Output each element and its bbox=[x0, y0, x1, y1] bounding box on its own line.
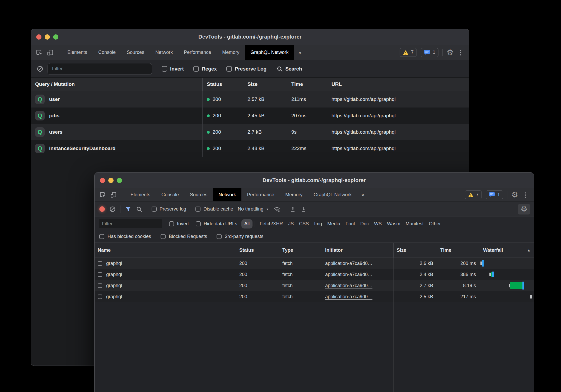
blocked-cookies-checkbox[interactable]: Has blocked cookies bbox=[99, 234, 151, 239]
minimize-button[interactable] bbox=[108, 178, 114, 183]
tab-memory[interactable]: Memory bbox=[280, 188, 308, 201]
import-har-icon[interactable] bbox=[290, 206, 296, 212]
record-button[interactable] bbox=[99, 206, 105, 212]
column-header-size[interactable]: Size bbox=[393, 243, 437, 258]
table-row[interactable]: graphql 200 fetch application-a7ca9d0… 2… bbox=[95, 291, 534, 302]
row-checkbox[interactable] bbox=[98, 283, 102, 288]
more-tabs-button[interactable]: » bbox=[357, 188, 369, 201]
warnings-badge[interactable]: 7 bbox=[400, 48, 417, 57]
preserve-log-checkbox[interactable]: Preserve Log bbox=[226, 66, 267, 72]
zoom-button[interactable] bbox=[117, 178, 122, 183]
chip-font[interactable]: Font bbox=[343, 220, 358, 228]
search-button[interactable]: Search bbox=[277, 66, 302, 72]
throttling-dropdown[interactable]: No throttling ▼ bbox=[238, 206, 269, 212]
more-tabs-button[interactable]: » bbox=[294, 45, 306, 60]
titlebar[interactable]: DevTools - gitlab.com/-/graphql-explorer bbox=[95, 172, 534, 188]
device-toolbar-icon[interactable] bbox=[110, 192, 117, 198]
separator bbox=[285, 206, 285, 213]
tab-graphql-network[interactable]: GraphQL Network bbox=[308, 188, 357, 201]
chip-media[interactable]: Media bbox=[325, 220, 343, 228]
chip-other[interactable]: Other bbox=[426, 220, 443, 228]
titlebar[interactable]: DevTools - gitlab.com/-/graphql-explorer bbox=[31, 29, 469, 45]
tab-console[interactable]: Console bbox=[156, 188, 184, 201]
column-header-url[interactable]: URL bbox=[327, 78, 469, 91]
initiator-link[interactable]: application-a7ca9d0… bbox=[325, 272, 372, 277]
minimize-button[interactable] bbox=[45, 34, 50, 40]
tab-sources[interactable]: Sources bbox=[184, 188, 213, 201]
kebab-menu-icon[interactable]: ⋮ bbox=[522, 192, 529, 198]
column-header-type[interactable]: Type bbox=[279, 243, 322, 258]
settings-gear-icon[interactable]: ⚙ bbox=[511, 191, 518, 199]
initiator-link[interactable]: application-a7ca9d0… bbox=[325, 261, 372, 266]
column-header-query-mutation[interactable]: Query / Mutation bbox=[31, 78, 202, 91]
tab-sources[interactable]: Sources bbox=[121, 45, 150, 60]
network-conditions-icon[interactable] bbox=[273, 206, 280, 212]
search-icon[interactable] bbox=[136, 206, 142, 212]
filter-funnel-icon[interactable] bbox=[125, 206, 132, 212]
kebab-menu-icon[interactable]: ⋮ bbox=[457, 49, 464, 56]
filter-input[interactable] bbox=[48, 63, 152, 75]
row-checkbox[interactable] bbox=[98, 261, 102, 266]
tab-elements[interactable]: Elements bbox=[62, 45, 93, 60]
tab-network[interactable]: Network bbox=[213, 188, 241, 201]
column-header-waterfall[interactable]: Waterfall ▲ bbox=[480, 243, 534, 258]
tab-performance[interactable]: Performance bbox=[241, 188, 280, 201]
inspect-element-icon[interactable] bbox=[36, 49, 43, 56]
chip-js[interactable]: JS bbox=[286, 220, 296, 228]
tab-graphql-network[interactable]: GraphQL Network bbox=[245, 45, 294, 60]
tab-elements[interactable]: Elements bbox=[125, 188, 156, 201]
table-row[interactable]: Q users 200 2.7 kB 9s https://gitlab.com… bbox=[31, 124, 469, 140]
table-row[interactable]: graphql 200 fetch application-a7ca9d0… 2… bbox=[95, 258, 534, 269]
invert-checkbox[interactable]: Invert bbox=[162, 66, 184, 72]
table-row[interactable]: Q jobs 200 2.45 kB 207ms https://gitlab.… bbox=[31, 108, 469, 124]
filter-input[interactable] bbox=[99, 219, 162, 228]
regex-checkbox[interactable]: Regex bbox=[193, 66, 217, 72]
close-button[interactable] bbox=[100, 178, 105, 183]
tab-performance[interactable]: Performance bbox=[178, 45, 217, 60]
export-har-icon[interactable] bbox=[301, 206, 307, 212]
chip-img[interactable]: Img bbox=[311, 220, 325, 228]
chip-all[interactable]: All bbox=[241, 219, 253, 228]
column-header-status[interactable]: Status bbox=[202, 78, 243, 91]
chip-manifest[interactable]: Manifest bbox=[403, 220, 426, 228]
initiator-link[interactable]: application-a7ca9d0… bbox=[325, 283, 372, 288]
close-button[interactable] bbox=[36, 34, 41, 40]
column-header-initiator[interactable]: Initiator bbox=[322, 243, 393, 258]
settings-gear-icon[interactable]: ⚙ bbox=[447, 49, 454, 56]
disable-cache-checkbox[interactable]: Disable cache bbox=[195, 206, 233, 212]
warnings-badge[interactable]: 7 bbox=[465, 190, 482, 199]
chip-css[interactable]: CSS bbox=[296, 220, 311, 228]
chip-ws[interactable]: WS bbox=[371, 220, 384, 228]
hide-data-urls-checkbox[interactable]: Hide data URLs bbox=[196, 221, 237, 227]
device-toolbar-icon[interactable] bbox=[47, 49, 54, 56]
tab-network[interactable]: Network bbox=[150, 45, 178, 60]
messages-badge[interactable]: 1 bbox=[421, 48, 438, 57]
table-row[interactable]: graphql 200 fetch application-a7ca9d0… 2… bbox=[95, 269, 534, 280]
zoom-button[interactable] bbox=[53, 34, 58, 40]
chip-wasm[interactable]: Wasm bbox=[384, 220, 403, 228]
row-checkbox[interactable] bbox=[98, 272, 102, 277]
invert-checkbox[interactable]: Invert bbox=[169, 221, 189, 227]
initiator-link[interactable]: application-a7ca9d0… bbox=[325, 294, 372, 300]
messages-badge[interactable]: 1 bbox=[486, 190, 503, 199]
clear-icon[interactable] bbox=[37, 66, 43, 72]
tab-console[interactable]: Console bbox=[93, 45, 121, 60]
column-header-time[interactable]: Time bbox=[287, 78, 327, 91]
table-row[interactable]: graphql 200 fetch application-a7ca9d0… 2… bbox=[95, 280, 534, 291]
column-header-time[interactable]: Time bbox=[437, 243, 480, 258]
column-header-size[interactable]: Size bbox=[243, 78, 287, 91]
chip-fetch-xhr[interactable]: Fetch/XHR bbox=[257, 220, 286, 228]
preserve-log-checkbox[interactable]: Preserve log bbox=[152, 206, 186, 212]
table-row[interactable]: Q user 200 2.57 kB 211ms https://gitlab.… bbox=[31, 91, 469, 108]
clear-icon[interactable] bbox=[109, 206, 116, 212]
column-header-status[interactable]: Status bbox=[236, 243, 279, 258]
blocked-requests-checkbox[interactable]: Blocked Requests bbox=[161, 234, 207, 239]
third-party-requests-checkbox[interactable]: 3rd-party requests bbox=[217, 234, 263, 239]
table-row[interactable]: Q instanceSecurityDashboard 200 2.48 kB … bbox=[31, 140, 469, 157]
chip-doc[interactable]: Doc bbox=[358, 220, 371, 228]
inspect-element-icon[interactable] bbox=[99, 192, 106, 198]
column-header-name[interactable]: Name bbox=[95, 243, 236, 258]
row-checkbox[interactable] bbox=[98, 295, 102, 299]
network-settings-button[interactable]: ⚙ bbox=[518, 204, 530, 214]
tab-memory[interactable]: Memory bbox=[217, 45, 245, 60]
